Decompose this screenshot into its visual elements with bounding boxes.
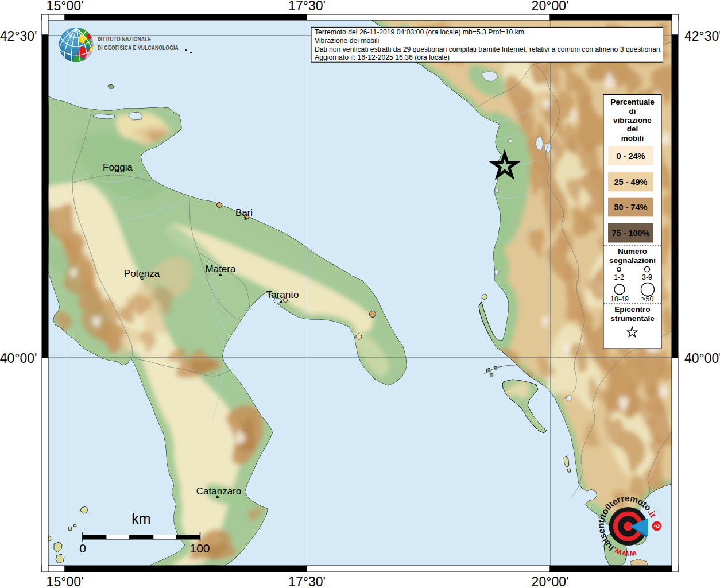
svg-text:Percentuale: Percentuale — [610, 98, 655, 106]
svg-text:20°00': 20°00' — [532, 574, 569, 588]
svg-text:Numero: Numero — [618, 247, 647, 256]
svg-text:15°00': 15°00' — [47, 574, 84, 588]
svg-text:25 - 49%: 25 - 49% — [614, 177, 647, 187]
svg-text:3-9: 3-9 — [642, 273, 652, 281]
svg-text:Bari: Bari — [235, 207, 253, 218]
svg-text:20°00': 20°00' — [532, 0, 569, 13]
svg-text:0: 0 — [79, 541, 86, 555]
svg-text:Vibrazione dei mobili: Vibrazione dei mobili — [315, 37, 379, 45]
svg-text:1-2: 1-2 — [614, 273, 624, 281]
svg-text:≥50: ≥50 — [642, 295, 654, 303]
svg-text:17°30': 17°30' — [288, 574, 326, 588]
svg-text:Terremoto del 26-11-2019 04:03: Terremoto del 26-11-2019 04:03:00 (ora l… — [315, 28, 524, 36]
svg-text:Aggiornato il: 16-12-2025 16:3: Aggiornato il: 16-12-2025 16:36 (ora loc… — [315, 53, 450, 61]
svg-text:17°30': 17°30' — [288, 0, 326, 13]
svg-text:50 - 74%: 50 - 74% — [614, 203, 647, 212]
svg-text:segnalazioni: segnalazioni — [609, 256, 656, 265]
svg-text:DI GEOFISICA E VULCANOLOGIA: DI GEOFISICA E VULCANOLOGIA — [98, 44, 179, 52]
svg-text:km: km — [131, 510, 150, 527]
svg-text:40°00': 40°00' — [684, 351, 720, 366]
svg-text:Matera: Matera — [206, 264, 236, 274]
svg-text:strumentale: strumentale — [610, 314, 655, 323]
svg-text:15°00': 15°00' — [47, 0, 84, 13]
svg-text:Dati non verificati estratti d: Dati non verificati estratti da 29 quest… — [315, 45, 662, 53]
svg-text:100: 100 — [189, 541, 210, 555]
svg-text:Catanzaro: Catanzaro — [196, 486, 241, 497]
svg-text:mobili: mobili — [621, 134, 644, 142]
svg-text:?: ? — [652, 523, 661, 529]
svg-text:ISTITUTO NAZIONALE: ISTITUTO NAZIONALE — [98, 36, 151, 43]
svg-text:75 - 100%: 75 - 100% — [611, 229, 649, 238]
svg-text:di: di — [629, 107, 636, 115]
svg-text:42°30': 42°30' — [684, 29, 720, 44]
svg-text:Epicentro: Epicentro — [614, 305, 650, 314]
svg-text:42°30': 42°30' — [0, 29, 37, 44]
svg-text:dei: dei — [627, 125, 638, 133]
svg-text:vibrazione: vibrazione — [613, 116, 652, 125]
svg-text:0 - 24%: 0 - 24% — [617, 152, 645, 161]
svg-text:40°00': 40°00' — [0, 351, 37, 366]
svg-text:10-49: 10-49 — [610, 295, 629, 303]
svg-text:Taranto: Taranto — [266, 289, 299, 300]
